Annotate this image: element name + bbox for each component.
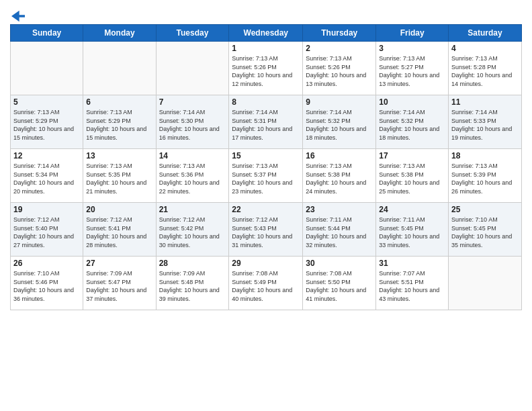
day-number: 2	[306, 44, 373, 53]
calendar-cell: 27Sunrise: 7:09 AMSunset: 5:47 PMDayligh…	[83, 257, 156, 310]
logo	[10, 9, 25, 20]
weekday-header: Friday	[376, 25, 449, 42]
weekday-header: Thursday	[303, 25, 376, 42]
day-info: Sunrise: 7:13 AMSunset: 5:29 PMDaylight:…	[13, 108, 80, 142]
day-number: 20	[86, 205, 152, 214]
calendar-cell: 25Sunrise: 7:10 AMSunset: 5:45 PMDayligh…	[449, 203, 522, 257]
day-info: Sunrise: 7:13 AMSunset: 5:26 PMDaylight:…	[306, 54, 373, 88]
day-info: Sunrise: 7:13 AMSunset: 5:28 PMDaylight:…	[451, 54, 519, 88]
day-number: 29	[232, 259, 300, 268]
day-info: Sunrise: 7:11 AMSunset: 5:45 PMDaylight:…	[379, 216, 445, 249]
day-number: 17	[379, 151, 445, 161]
day-info: Sunrise: 7:12 AMSunset: 5:40 PMDaylight:…	[13, 216, 80, 249]
day-info: Sunrise: 7:10 AMSunset: 5:45 PMDaylight:…	[451, 216, 519, 249]
calendar-cell: 8Sunrise: 7:14 AMSunset: 5:31 PMDaylight…	[229, 95, 303, 149]
day-info: Sunrise: 7:14 AMSunset: 5:34 PMDaylight:…	[13, 162, 80, 195]
logo-icon	[11, 9, 25, 23]
header	[10, 7, 522, 20]
calendar-week-row: 12Sunrise: 7:14 AMSunset: 5:34 PMDayligh…	[11, 149, 522, 203]
day-info: Sunrise: 7:12 AMSunset: 5:41 PMDaylight:…	[86, 216, 152, 249]
calendar-table: SundayMondayTuesdayWednesdayThursdayFrid…	[10, 24, 522, 310]
calendar-cell: 4Sunrise: 7:13 AMSunset: 5:28 PMDaylight…	[449, 42, 522, 95]
calendar-cell: 12Sunrise: 7:14 AMSunset: 5:34 PMDayligh…	[11, 149, 83, 203]
day-number: 23	[306, 205, 373, 214]
day-number: 19	[13, 205, 80, 214]
day-info: Sunrise: 7:13 AMSunset: 5:37 PMDaylight:…	[232, 162, 300, 195]
calendar-cell: 9Sunrise: 7:14 AMSunset: 5:32 PMDaylight…	[303, 95, 376, 149]
day-number: 14	[159, 151, 226, 161]
calendar-cell: 31Sunrise: 7:07 AMSunset: 5:51 PMDayligh…	[376, 257, 449, 310]
calendar-cell: 7Sunrise: 7:14 AMSunset: 5:30 PMDaylight…	[156, 95, 229, 149]
calendar-cell: 3Sunrise: 7:13 AMSunset: 5:27 PMDaylight…	[376, 42, 449, 95]
day-number: 25	[451, 205, 519, 214]
day-number: 6	[86, 97, 152, 107]
day-info: Sunrise: 7:13 AMSunset: 5:36 PMDaylight:…	[159, 162, 226, 195]
day-info: Sunrise: 7:14 AMSunset: 5:32 PMDaylight:…	[306, 108, 373, 142]
calendar-cell: 5Sunrise: 7:13 AMSunset: 5:29 PMDaylight…	[11, 95, 83, 149]
calendar-week-row: 5Sunrise: 7:13 AMSunset: 5:29 PMDaylight…	[11, 95, 522, 149]
calendar-cell	[11, 42, 83, 95]
day-info: Sunrise: 7:12 AMSunset: 5:42 PMDaylight:…	[159, 216, 226, 249]
weekday-header: Wednesday	[229, 25, 303, 42]
day-number: 7	[159, 97, 226, 107]
calendar-cell: 21Sunrise: 7:12 AMSunset: 5:42 PMDayligh…	[156, 203, 229, 257]
day-number: 28	[159, 259, 226, 268]
day-info: Sunrise: 7:14 AMSunset: 5:30 PMDaylight:…	[159, 108, 226, 142]
calendar-cell: 2Sunrise: 7:13 AMSunset: 5:26 PMDaylight…	[303, 42, 376, 95]
page-container: SundayMondayTuesdayWednesdayThursdayFrid…	[0, 0, 532, 317]
day-info: Sunrise: 7:09 AMSunset: 5:47 PMDaylight:…	[86, 269, 152, 303]
day-number: 22	[232, 205, 300, 214]
day-number: 4	[451, 44, 519, 53]
calendar-cell: 22Sunrise: 7:12 AMSunset: 5:43 PMDayligh…	[229, 203, 303, 257]
day-info: Sunrise: 7:08 AMSunset: 5:49 PMDaylight:…	[232, 269, 300, 303]
weekday-header: Monday	[83, 25, 156, 42]
calendar-cell: 24Sunrise: 7:11 AMSunset: 5:45 PMDayligh…	[376, 203, 449, 257]
calendar-cell: 15Sunrise: 7:13 AMSunset: 5:37 PMDayligh…	[229, 149, 303, 203]
day-number: 21	[159, 205, 226, 214]
calendar-week-row: 1Sunrise: 7:13 AMSunset: 5:26 PMDaylight…	[11, 42, 522, 95]
calendar-cell: 20Sunrise: 7:12 AMSunset: 5:41 PMDayligh…	[83, 203, 156, 257]
day-info: Sunrise: 7:08 AMSunset: 5:50 PMDaylight:…	[306, 269, 373, 303]
day-number: 31	[379, 259, 445, 268]
day-number: 18	[451, 151, 519, 161]
calendar-cell: 30Sunrise: 7:08 AMSunset: 5:50 PMDayligh…	[303, 257, 376, 310]
weekday-header: Tuesday	[156, 25, 229, 42]
calendar-week-row: 19Sunrise: 7:12 AMSunset: 5:40 PMDayligh…	[11, 203, 522, 257]
svg-marker-0	[11, 11, 25, 22]
day-info: Sunrise: 7:12 AMSunset: 5:43 PMDaylight:…	[232, 216, 300, 249]
day-info: Sunrise: 7:09 AMSunset: 5:48 PMDaylight:…	[159, 269, 226, 303]
day-number: 9	[306, 97, 373, 107]
day-info: Sunrise: 7:13 AMSunset: 5:35 PMDaylight:…	[86, 162, 152, 195]
day-info: Sunrise: 7:13 AMSunset: 5:39 PMDaylight:…	[451, 162, 519, 195]
calendar-cell: 26Sunrise: 7:10 AMSunset: 5:46 PMDayligh…	[11, 257, 83, 310]
day-number: 5	[13, 97, 80, 107]
calendar-cell: 11Sunrise: 7:14 AMSunset: 5:33 PMDayligh…	[449, 95, 522, 149]
day-number: 27	[86, 259, 152, 268]
calendar-cell: 16Sunrise: 7:13 AMSunset: 5:38 PMDayligh…	[303, 149, 376, 203]
calendar-cell: 28Sunrise: 7:09 AMSunset: 5:48 PMDayligh…	[156, 257, 229, 310]
calendar-cell	[449, 257, 522, 310]
day-number: 10	[379, 97, 445, 107]
calendar-week-row: 26Sunrise: 7:10 AMSunset: 5:46 PMDayligh…	[11, 257, 522, 310]
day-number: 11	[451, 97, 519, 107]
day-info: Sunrise: 7:11 AMSunset: 5:44 PMDaylight:…	[306, 216, 373, 249]
day-number: 12	[13, 151, 80, 161]
calendar-cell: 13Sunrise: 7:13 AMSunset: 5:35 PMDayligh…	[83, 149, 156, 203]
calendar-cell: 6Sunrise: 7:13 AMSunset: 5:29 PMDaylight…	[83, 95, 156, 149]
day-number: 8	[232, 97, 300, 107]
calendar-cell	[156, 42, 229, 95]
day-info: Sunrise: 7:10 AMSunset: 5:46 PMDaylight:…	[13, 269, 80, 303]
calendar-cell: 10Sunrise: 7:14 AMSunset: 5:32 PMDayligh…	[376, 95, 449, 149]
calendar-cell: 29Sunrise: 7:08 AMSunset: 5:49 PMDayligh…	[229, 257, 303, 310]
calendar-cell: 23Sunrise: 7:11 AMSunset: 5:44 PMDayligh…	[303, 203, 376, 257]
day-info: Sunrise: 7:13 AMSunset: 5:38 PMDaylight:…	[379, 162, 445, 195]
calendar-cell: 18Sunrise: 7:13 AMSunset: 5:39 PMDayligh…	[449, 149, 522, 203]
day-number: 3	[379, 44, 445, 53]
weekday-header: Saturday	[449, 25, 522, 42]
day-info: Sunrise: 7:13 AMSunset: 5:38 PMDaylight:…	[306, 162, 373, 195]
day-info: Sunrise: 7:07 AMSunset: 5:51 PMDaylight:…	[379, 269, 445, 303]
day-info: Sunrise: 7:13 AMSunset: 5:27 PMDaylight:…	[379, 54, 445, 88]
weekday-header-row: SundayMondayTuesdayWednesdayThursdayFrid…	[11, 25, 522, 42]
day-info: Sunrise: 7:14 AMSunset: 5:32 PMDaylight:…	[379, 108, 445, 142]
calendar-cell: 14Sunrise: 7:13 AMSunset: 5:36 PMDayligh…	[156, 149, 229, 203]
